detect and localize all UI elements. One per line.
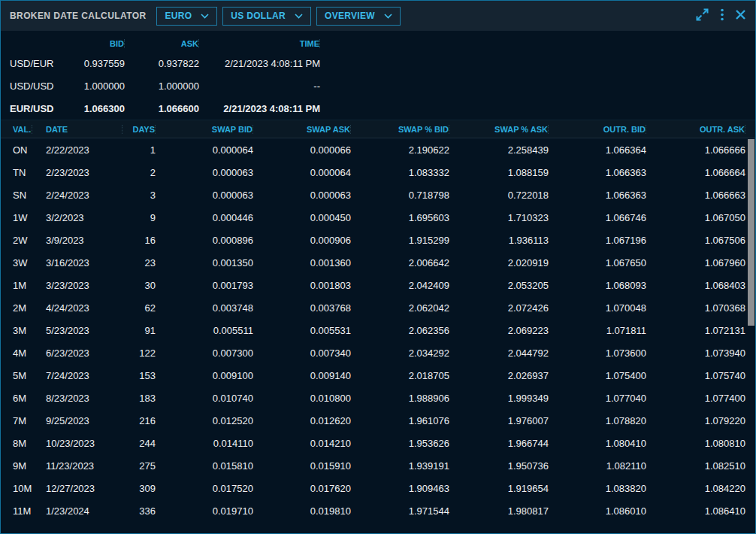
cell-swap-pct-bid: 1.915299 bbox=[351, 235, 449, 246]
cell-outr-bid: 1.077040 bbox=[549, 393, 646, 404]
cell-outr-bid: 1.073600 bbox=[549, 347, 646, 359]
cell-outr-bid: 1.066364 bbox=[549, 144, 646, 156]
table-row[interactable]: 6M 8/23/2023 183 0.010740 0.010800 1.988… bbox=[1, 387, 755, 409]
table-row[interactable]: 10M 12/27/2023 309 0.017520 0.017620 1.9… bbox=[1, 477, 755, 499]
table-header-row: VAL. DATE DAYS SWAP BID SWAP ASK SWAP % … bbox=[1, 120, 755, 138]
title-bar: BROKEN DATE CALCULATOR EURO US DOLLAR OV… bbox=[1, 1, 755, 31]
view-mode-dropdown[interactable]: OVERVIEW bbox=[316, 7, 401, 26]
cell-days: 30 bbox=[122, 280, 156, 291]
cell-swap-pct-ask: 2.026937 bbox=[449, 370, 549, 381]
table-row[interactable]: 3M 5/23/2023 91 0.005511 0.005531 2.0623… bbox=[1, 319, 755, 341]
cell-outr-bid: 1.070048 bbox=[549, 302, 646, 314]
quote-ask-value: 1.000000 bbox=[125, 80, 199, 92]
cell-swap-pct-ask: 1.710323 bbox=[449, 212, 549, 223]
cell-outr-ask: 1.080810 bbox=[646, 438, 745, 449]
currency-1-dropdown-label: EURO bbox=[165, 11, 192, 21]
cell-swap-bid: 0.017520 bbox=[156, 483, 253, 494]
cell-outr-bid: 1.086010 bbox=[549, 505, 646, 517]
cell-outr-ask: 1.073940 bbox=[646, 347, 745, 359]
cell-swap-pct-bid: 2.190622 bbox=[351, 144, 449, 156]
table-row[interactable]: 4M 6/23/2023 122 0.007300 0.007340 2.034… bbox=[1, 341, 755, 364]
cell-outr-ask: 1.082510 bbox=[646, 460, 745, 472]
cell-date: 8/23/2023 bbox=[32, 393, 122, 404]
cell-val: 1W bbox=[1, 212, 32, 223]
expand-button[interactable] bbox=[695, 8, 709, 24]
cell-swap-pct-bid: 1.695603 bbox=[351, 212, 449, 223]
cell-days: 1 bbox=[122, 144, 156, 156]
close-button[interactable] bbox=[735, 9, 746, 23]
cell-date: 3/23/2023 bbox=[32, 280, 122, 291]
cell-swap-pct-bid: 2.018705 bbox=[351, 370, 449, 381]
cell-swap-ask: 0.001360 bbox=[253, 257, 351, 269]
cell-swap-ask: 0.010800 bbox=[253, 393, 351, 404]
quote-time-value: 2/21/2023 4:08:11 PM bbox=[199, 103, 320, 114]
table-row[interactable]: 3W 3/16/2023 23 0.001350 0.001360 2.0066… bbox=[1, 251, 755, 274]
cell-swap-pct-bid: 1.953626 bbox=[351, 438, 449, 449]
cell-swap-pct-ask: 2.053205 bbox=[449, 280, 549, 291]
spot-quotes-panel: BID ASK TIME USD/EUR 0.937559 0.937822 2… bbox=[1, 31, 755, 120]
table-row[interactable]: 8M 10/23/2023 244 0.014110 0.014210 1.95… bbox=[1, 432, 755, 454]
cell-swap-bid: 0.019710 bbox=[156, 505, 253, 517]
cell-swap-ask: 0.015910 bbox=[253, 460, 351, 472]
cell-swap-bid: 0.003748 bbox=[156, 302, 253, 314]
cell-val: 6M bbox=[1, 393, 32, 404]
cell-outr-bid: 1.066363 bbox=[549, 167, 646, 178]
table-row[interactable]: 1W 3/2/2023 9 0.000446 0.000450 1.695603… bbox=[1, 206, 755, 229]
cell-swap-pct-ask: 1.936113 bbox=[449, 235, 549, 246]
table-row[interactable]: 9M 11/23/2023 275 0.015810 0.015910 1.93… bbox=[1, 454, 755, 477]
quote-bid-value: 0.937559 bbox=[70, 58, 125, 69]
expand-icon bbox=[695, 8, 709, 24]
cell-outr-bid: 1.075400 bbox=[549, 370, 646, 381]
cell-swap-bid: 0.001793 bbox=[156, 280, 253, 291]
quote-bid-value: 1.000000 bbox=[70, 80, 125, 92]
cell-days: 309 bbox=[122, 483, 156, 494]
scrollbar-thumb[interactable] bbox=[748, 139, 754, 326]
window-title: BROKEN DATE CALCULATOR bbox=[10, 11, 146, 21]
table-row[interactable]: 2M 4/24/2023 62 0.003748 0.003768 2.0620… bbox=[1, 296, 755, 319]
cell-date: 4/24/2023 bbox=[32, 302, 122, 314]
header-swap-ask: SWAP ASK bbox=[253, 125, 351, 134]
cell-date: 6/23/2023 bbox=[32, 347, 122, 359]
cell-outr-ask: 1.067050 bbox=[646, 212, 745, 223]
cell-val: 5M bbox=[1, 370, 32, 381]
cell-outr-bid: 1.082110 bbox=[549, 460, 646, 472]
cell-days: 3 bbox=[122, 190, 156, 201]
cell-outr-ask: 1.070368 bbox=[646, 302, 745, 314]
vertical-scrollbar[interactable] bbox=[748, 139, 754, 532]
quote-bid-value: 1.066300 bbox=[70, 103, 125, 114]
table-row[interactable]: 1M 3/23/2023 30 0.001793 0.001803 2.0424… bbox=[1, 274, 755, 296]
cell-date: 2/23/2023 bbox=[32, 167, 122, 178]
cell-swap-pct-ask: 1.088159 bbox=[449, 167, 549, 178]
quote-row: USD/EUR 0.937559 0.937822 2/21/2023 4:08… bbox=[1, 52, 755, 74]
header-swap-pct-ask: SWAP % ASK bbox=[449, 125, 549, 134]
cell-swap-pct-ask: 2.258439 bbox=[449, 144, 549, 156]
menu-button[interactable] bbox=[720, 8, 724, 24]
cell-swap-pct-bid: 1.988906 bbox=[351, 393, 449, 404]
cell-swap-pct-ask: 2.020919 bbox=[449, 257, 549, 269]
table-row[interactable]: TN 2/23/2023 2 0.000063 0.000064 1.08333… bbox=[1, 161, 755, 184]
cell-date: 3/2/2023 bbox=[32, 212, 122, 223]
table-row[interactable]: ON 2/22/2023 1 0.000064 0.000066 2.19062… bbox=[1, 138, 755, 161]
cell-swap-pct-ask: 0.722018 bbox=[449, 190, 549, 201]
currency-2-dropdown[interactable]: US DOLLAR bbox=[222, 7, 311, 26]
table-row[interactable]: SN 2/24/2023 3 0.000063 0.000063 0.71879… bbox=[1, 184, 755, 206]
table-row[interactable]: 2W 3/9/2023 16 0.000896 0.000906 1.91529… bbox=[1, 229, 755, 251]
quotes-ask-header: ASK bbox=[125, 39, 199, 48]
table-row[interactable]: 11M 1/23/2024 336 0.019710 0.019810 1.97… bbox=[1, 499, 755, 522]
table-row[interactable]: 7M 9/25/2023 216 0.012520 0.012620 1.961… bbox=[1, 409, 755, 432]
quote-time-value: -- bbox=[199, 80, 320, 92]
cell-swap-ask: 0.000063 bbox=[253, 190, 351, 201]
quote-pair-label: USD/USD bbox=[1, 80, 70, 92]
cell-swap-ask: 0.019810 bbox=[253, 505, 351, 517]
cell-swap-ask: 0.007340 bbox=[253, 347, 351, 359]
header-val: VAL. bbox=[1, 125, 32, 134]
cell-outr-bid: 1.071811 bbox=[549, 325, 646, 336]
currency-1-dropdown[interactable]: EURO bbox=[156, 7, 217, 26]
cell-days: 62 bbox=[122, 302, 156, 314]
cell-swap-ask: 0.017620 bbox=[253, 483, 351, 494]
table-row[interactable]: 5M 7/24/2023 153 0.009100 0.009140 2.018… bbox=[1, 364, 755, 387]
cell-val: 11M bbox=[1, 505, 32, 517]
cell-outr-bid: 1.078820 bbox=[549, 415, 646, 426]
cell-outr-bid: 1.067196 bbox=[549, 235, 646, 246]
currency-2-dropdown-label: US DOLLAR bbox=[231, 11, 286, 21]
